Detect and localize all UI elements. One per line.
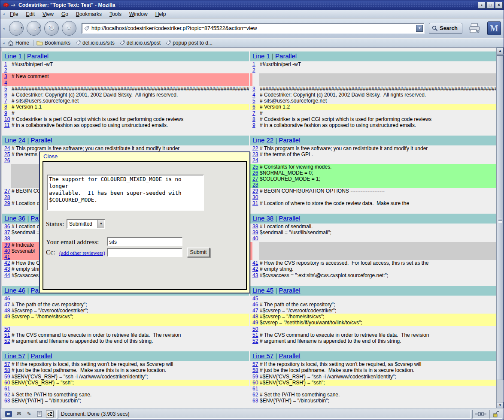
comment-textarea[interactable]: The support for COLOURED_MIXED_MODE is n…	[47, 175, 204, 211]
close-button[interactable]: ×	[495, 2, 503, 9]
menu-item-file[interactable]: File	[6, 10, 22, 18]
line-number-link[interactable]: 41	[2, 254, 12, 260]
line-number-link[interactable]: 36	[2, 224, 12, 230]
line-number-link[interactable]: 51	[250, 332, 260, 338]
menu-item-go[interactable]: Go	[58, 10, 72, 18]
line-number-link[interactable]: 24	[250, 157, 260, 163]
line-number-link[interactable]: 50	[250, 326, 260, 332]
line-anchor-link[interactable]: Line 46	[4, 287, 25, 294]
line-number-link[interactable]: 4	[2, 80, 12, 86]
chatzilla-icon[interactable]: cZ	[46, 411, 54, 417]
line-number-link[interactable]: 43	[2, 266, 12, 272]
parallel-view-link[interactable]: Parallel	[30, 352, 52, 360]
parallel-view-link[interactable]: Parallel	[279, 352, 300, 360]
line-number-link[interactable]: 52	[250, 338, 260, 344]
line-number-link[interactable]: 28	[2, 194, 12, 200]
line-number-link[interactable]: 43	[250, 272, 260, 278]
mail-icon[interactable]: ✉	[15, 411, 23, 417]
line-number-link[interactable]: 4	[250, 92, 260, 98]
submit-button[interactable]: Submit	[187, 248, 210, 257]
line-number-link[interactable]: 40	[250, 236, 260, 242]
line-number-link[interactable]: 31	[250, 200, 260, 206]
line-number-link[interactable]: 28	[250, 182, 260, 188]
line-anchor-link[interactable]: Line 36	[4, 215, 25, 222]
line-number-link[interactable]: 3	[2, 73, 12, 79]
line-number-link[interactable]: 1	[2, 61, 12, 67]
line-anchor-link[interactable]: Line 57	[252, 352, 273, 360]
menu-item-window[interactable]: Window	[125, 10, 152, 18]
pin-icon[interactable]	[11, 3, 17, 8]
menu-item-help[interactable]: Help	[152, 10, 170, 18]
line-number-link[interactable]: 51	[2, 332, 12, 338]
line-number-link[interactable]: 58	[2, 367, 12, 373]
back-button[interactable]: ←▾	[9, 21, 24, 36]
line-number-link[interactable]: 44	[2, 272, 12, 278]
maximize-button[interactable]: □	[486, 2, 494, 9]
line-anchor-link[interactable]: Line 22	[252, 136, 273, 144]
line-number-link[interactable]: 59	[250, 374, 260, 380]
printer-icon[interactable]	[468, 23, 481, 34]
bookmark-item-bookmarks[interactable]: Bookmarks	[35, 39, 74, 46]
mozilla-throbber-logo[interactable]: M	[487, 21, 501, 35]
line-number-link[interactable]: 7	[2, 98, 12, 104]
bookmark-item-del-icio-us-post[interactable]: del.icio.us/post	[118, 39, 164, 46]
cc-input[interactable]	[107, 248, 182, 257]
menu-item-view[interactable]: View	[39, 10, 58, 18]
line-number-link[interactable]: 39	[2, 242, 12, 248]
reload-button[interactable]: ↻	[44, 21, 59, 36]
line-number-link[interactable]: 3	[250, 86, 260, 92]
line-number-link[interactable]: 7	[250, 110, 260, 116]
email-input[interactable]: sits	[107, 237, 182, 246]
parallel-view-link[interactable]: Parallel	[275, 52, 297, 60]
line-number-link[interactable]: 9	[250, 122, 260, 128]
url-bar[interactable]: http://localhost/codestriker/codestriker…	[82, 23, 425, 34]
menu-item-tools[interactable]: Tools	[106, 10, 125, 18]
line-anchor-link[interactable]: Line 38	[252, 215, 273, 222]
line-number-link[interactable]: 23	[250, 151, 260, 157]
url-text[interactable]: http://localhost/codestriker/codestriker…	[91, 25, 416, 31]
toolbar-collapse-grip[interactable]: ◂	[1, 39, 6, 47]
forward-dropdown-arrow[interactable]: ▾	[38, 21, 40, 35]
line-number-link[interactable]: 48	[250, 314, 260, 320]
line-number-link[interactable]: 61	[250, 386, 260, 392]
line-number-link[interactable]: 27	[250, 176, 260, 182]
bookmark-tag-icon[interactable]	[84, 26, 89, 31]
line-number-link[interactable]: 37	[2, 230, 12, 236]
line-number-link[interactable]: 61	[2, 386, 12, 392]
line-number-link[interactable]: 38	[250, 224, 260, 230]
parallel-view-link[interactable]: Parallel	[30, 136, 52, 144]
url-history-dropdown[interactable]: ▼	[416, 25, 423, 32]
line-number-link[interactable]: 47	[2, 302, 12, 308]
line-number-link[interactable]: 47	[250, 308, 260, 314]
line-number-link[interactable]: 42	[2, 260, 12, 266]
line-number-link[interactable]: 29	[250, 188, 260, 194]
line-number-link[interactable]: 38	[2, 236, 12, 242]
parallel-view-link[interactable]: Parallel	[279, 215, 300, 222]
line-number-link[interactable]: 45	[250, 296, 260, 302]
online-status-panel[interactable]	[472, 410, 489, 419]
search-button[interactable]: Search	[429, 23, 462, 34]
line-number-link[interactable]: 1	[250, 61, 260, 67]
line-number-link[interactable]: 2	[2, 67, 12, 73]
line-number-link[interactable]: 42	[250, 266, 260, 272]
line-number-link[interactable]: 8	[2, 104, 12, 110]
line-number-link[interactable]: 39	[250, 230, 260, 236]
line-number-link[interactable]: 48	[2, 308, 12, 314]
line-number-link[interactable]: 40	[2, 248, 12, 254]
line-number-link[interactable]: 25	[2, 151, 12, 157]
line-number-link[interactable]: 24	[2, 145, 12, 151]
toolbar-collapse-grip[interactable]: ◂	[1, 10, 6, 18]
vertical-scrollbar[interactable]: ▲ ▼	[496, 48, 504, 409]
bookmark-item-popup-post-to-d-[interactable]: popup post to d...	[164, 39, 216, 46]
status-dropdown[interactable]: Submitted ▼	[67, 219, 105, 229]
minimize-button[interactable]: ▪	[478, 2, 486, 9]
line-number-link[interactable]: 5	[250, 98, 260, 104]
line-number-link[interactable]: 22	[250, 145, 260, 151]
line-number-link[interactable]: 57	[250, 361, 260, 367]
scroll-up-button[interactable]: ▲	[497, 48, 504, 54]
navigator-icon[interactable]: m	[5, 411, 12, 417]
line-number-link[interactable]: 57	[2, 361, 12, 367]
line-number-link[interactable]: 10	[2, 116, 12, 122]
back-dropdown-arrow[interactable]: ▾	[21, 21, 22, 35]
line-number-link[interactable]: 9	[2, 110, 12, 116]
